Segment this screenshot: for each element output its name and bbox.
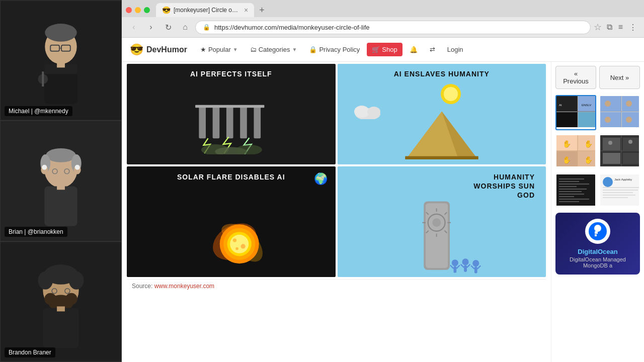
thumbnail-grid-2: ✋ ✋ ✋ ✋ bbox=[555, 134, 640, 169]
svg-rect-58 bbox=[405, 156, 478, 159]
svg-rect-125 bbox=[623, 138, 640, 150]
svg-point-82 bbox=[452, 259, 458, 266]
prev-next-buttons: « Previous Next » bbox=[555, 66, 640, 89]
svg-rect-141 bbox=[559, 199, 589, 200]
svg-point-108 bbox=[605, 101, 611, 107]
svg-text:Jack Appleby: Jack Appleby bbox=[614, 178, 632, 181]
forward-button[interactable]: › bbox=[144, 20, 158, 34]
address-bar[interactable]: 🔒 https://devhumor.com/media/monkeyuser-… bbox=[195, 21, 591, 34]
svg-point-50 bbox=[236, 145, 262, 154]
shuffle-icon: ⇄ bbox=[430, 46, 435, 53]
prev-button[interactable]: « Previous bbox=[555, 66, 596, 89]
categories-icon: 🗂 bbox=[250, 46, 257, 53]
svg-rect-87 bbox=[464, 265, 467, 272]
next-button[interactable]: Next » bbox=[599, 66, 640, 89]
svg-text:ENSLV: ENSLV bbox=[582, 104, 591, 107]
svg-point-65 bbox=[230, 235, 249, 253]
nav-shop-label: Shop bbox=[382, 46, 397, 53]
tab-favicon: 😎 bbox=[162, 6, 171, 14]
ad-logo bbox=[585, 219, 610, 244]
window-close-dot[interactable] bbox=[126, 7, 132, 13]
site-logo: 😎 DevHumor bbox=[130, 43, 187, 56]
svg-point-130 bbox=[608, 141, 612, 145]
video-panel-michael: Michael | @mkennedy bbox=[0, 0, 122, 121]
nav-login[interactable]: Login bbox=[442, 43, 468, 56]
window-minimize-dot[interactable] bbox=[135, 7, 141, 13]
nav-shop[interactable]: 🛒 Shop bbox=[367, 43, 402, 56]
svg-rect-153 bbox=[595, 231, 598, 234]
svg-rect-150 bbox=[603, 197, 628, 198]
svg-rect-139 bbox=[559, 194, 584, 195]
profiles-icon[interactable]: ≡ bbox=[616, 21, 625, 34]
svg-point-33 bbox=[65, 293, 77, 305]
svg-line-84 bbox=[450, 265, 454, 268]
comic-panel-worships: HUMANITY WORSHIPS SUN GOD bbox=[338, 166, 546, 277]
comic-panel-ai-enslaves: AI ENSLAVES HUMANITY bbox=[338, 64, 546, 164]
svg-point-20 bbox=[42, 165, 47, 170]
source-link[interactable]: www.monkeyuser.com bbox=[154, 283, 214, 290]
comic-grid: AI PERFECTS ITSELF bbox=[127, 62, 546, 279]
svg-rect-134 bbox=[559, 181, 579, 182]
svg-rect-138 bbox=[559, 191, 582, 192]
nav-notifications[interactable]: 🔔 bbox=[405, 43, 423, 56]
video-panel-brian: Brian | @brianokken bbox=[0, 121, 122, 241]
window-controls bbox=[126, 7, 150, 13]
svg-rect-36 bbox=[43, 308, 78, 347]
website-content: 😎 DevHumor ★ Popular ▼ 🗂 Categories ▼ 🔒 … bbox=[122, 38, 644, 362]
tab-bar: 😎 [monkeyuser] Circle of life × + bbox=[122, 0, 644, 17]
svg-text:AI: AI bbox=[559, 104, 562, 107]
nav-popular[interactable]: ★ Popular ▼ bbox=[195, 43, 243, 56]
svg-point-30 bbox=[69, 272, 84, 290]
home-button[interactable]: ⌂ bbox=[178, 20, 192, 34]
comic-title-worships: HUMANITY WORSHIPS SUN GOD bbox=[461, 172, 540, 200]
svg-rect-142 bbox=[559, 201, 579, 202]
thumbnail-5[interactable] bbox=[555, 173, 596, 209]
svg-rect-81 bbox=[399, 270, 484, 277]
svg-rect-46 bbox=[236, 105, 251, 108]
svg-rect-11 bbox=[57, 61, 65, 67]
nav-categories[interactable]: 🗂 Categories ▼ bbox=[245, 43, 302, 56]
window-maximize-dot[interactable] bbox=[144, 7, 150, 13]
participant-name-brandon: Brandon Braner bbox=[5, 347, 55, 357]
logo-text: DevHumor bbox=[146, 45, 187, 54]
svg-line-85 bbox=[456, 265, 460, 268]
nav-privacy[interactable]: 🔒 Privacy Policy bbox=[304, 43, 365, 56]
ad-subtitle: DigitalOcean Managed MongoDB a bbox=[561, 256, 634, 268]
bookmark-button[interactable]: ☆ bbox=[594, 22, 602, 33]
svg-rect-45 bbox=[223, 105, 237, 108]
address-bar-row: ‹ › ↻ ⌂ 🔒 https://devhumor.com/media/mon… bbox=[122, 17, 644, 37]
tab-close-button[interactable]: × bbox=[244, 6, 248, 14]
browser-window: 😎 [monkeyuser] Circle of life × + ‹ › ↻ … bbox=[122, 0, 644, 362]
svg-rect-147 bbox=[603, 190, 638, 191]
svg-rect-149 bbox=[603, 195, 635, 196]
comic-panel-ai-perfects: AI PERFECTS ITSELF bbox=[127, 64, 336, 164]
security-icon: 🔒 bbox=[203, 24, 210, 31]
nav-shuffle[interactable]: ⇄ bbox=[425, 43, 440, 56]
svg-point-32 bbox=[44, 293, 56, 305]
svg-point-3 bbox=[45, 24, 76, 42]
thumbnail-4[interactable] bbox=[599, 134, 640, 169]
thumbnail-2[interactable] bbox=[599, 95, 640, 130]
active-tab[interactable]: 😎 [monkeyuser] Circle of life × bbox=[156, 3, 254, 17]
thumbnail-3[interactable]: ✋ ✋ ✋ ✋ bbox=[555, 134, 596, 169]
extensions-icon[interactable]: ⧉ bbox=[605, 21, 614, 34]
comic-title-ai-enslaves: AI ENSLAVES HUMANITY bbox=[394, 70, 490, 78]
shop-icon: 🛒 bbox=[372, 46, 380, 53]
svg-point-29 bbox=[38, 272, 53, 290]
menu-icon[interactable]: ⋮ bbox=[627, 21, 639, 34]
thumbnail-6[interactable]: Jack Appleby bbox=[599, 173, 640, 209]
svg-point-111 bbox=[626, 117, 632, 123]
svg-rect-133 bbox=[559, 178, 584, 179]
svg-point-131 bbox=[628, 140, 632, 144]
svg-rect-137 bbox=[559, 189, 587, 190]
refresh-button[interactable]: ↻ bbox=[161, 20, 175, 34]
toolbar-icons: ⧉ ≡ ⋮ bbox=[605, 21, 639, 34]
thumbnail-1[interactable]: AI ENSLV bbox=[555, 95, 596, 130]
back-button[interactable]: ‹ bbox=[127, 20, 141, 34]
participant-name-brian: Brian | @brianokken bbox=[5, 227, 67, 237]
svg-point-144 bbox=[603, 177, 613, 187]
browser-chrome: 😎 [monkeyuser] Circle of life × + ‹ › ↻ … bbox=[122, 0, 644, 38]
popular-chevron: ▼ bbox=[233, 47, 238, 52]
svg-text:✋: ✋ bbox=[584, 140, 593, 148]
new-tab-button[interactable]: + bbox=[256, 5, 268, 16]
